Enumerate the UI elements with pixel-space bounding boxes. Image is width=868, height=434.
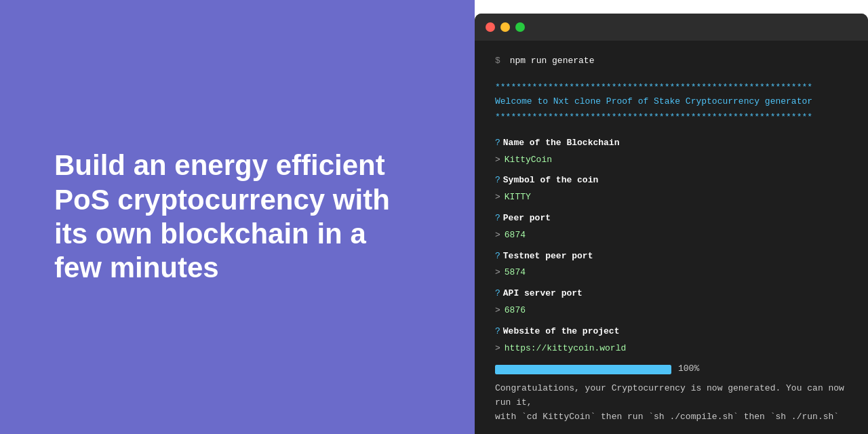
question-mark: ?	[495, 138, 500, 148]
progress-label: 100%	[678, 362, 699, 376]
answer-chevron: >	[495, 267, 500, 277]
question-row-2: ?Peer port	[495, 212, 848, 226]
command-line: $ npm run generate	[495, 54, 848, 68]
progress-bar-container: 100%	[495, 362, 848, 376]
welcome-text: Welcome to Nxt clone Proof of Stake Cryp…	[495, 95, 848, 109]
question-row-1: ?Symbol of the coin	[495, 174, 848, 188]
question-row-5: ?Website of the project	[495, 325, 848, 339]
maximize-button[interactable]	[515, 22, 525, 32]
command-text: npm run generate	[510, 56, 595, 66]
hero-heading: Build an energy efficient PoS cryptocurr…	[54, 149, 407, 285]
progress-bar-fill	[495, 365, 671, 374]
question-row-0: ?Name of the Blockchain	[495, 136, 848, 151]
terminal-window: $ npm run generate *********************…	[475, 14, 868, 434]
question-mark: ?	[495, 251, 500, 261]
prompt-symbol: $	[495, 56, 500, 66]
separator-top: ****************************************…	[495, 82, 848, 93]
answer-chevron: >	[495, 305, 500, 315]
question-row-3: ?Testnet peer port	[495, 250, 848, 264]
answer-chevron: >	[495, 155, 500, 165]
question-label: Symbol of the coin	[503, 175, 598, 185]
answer-row-5: >https://kittycoin.world	[495, 342, 848, 356]
qa-list: ?Name of the Blockchain>KittyCoin?Symbol…	[495, 136, 848, 356]
question-label: Name of the Blockchain	[503, 138, 620, 148]
terminal-titlebar	[475, 14, 868, 41]
minimize-button[interactable]	[500, 22, 510, 32]
answer-chevron: >	[495, 192, 500, 202]
question-row-4: ?API server port	[495, 287, 848, 301]
answer-row-2: >6874	[495, 229, 848, 243]
answer-value: 5874	[505, 267, 526, 277]
terminal-body: $ npm run generate *********************…	[475, 41, 868, 434]
congrats-text: Congratulations, your Cryptocurrency is …	[495, 382, 848, 424]
question-label: Website of the project	[503, 326, 620, 336]
answer-value: KittyCoin	[505, 155, 552, 165]
congrats-line1: Congratulations, your Cryptocurrency is …	[495, 383, 844, 408]
question-mark: ?	[495, 175, 500, 185]
answer-row-1: >KITTY	[495, 191, 848, 205]
answer-chevron: >	[495, 230, 500, 240]
answer-chevron: >	[495, 343, 500, 353]
question-label: API server port	[503, 288, 583, 298]
answer-value: 6876	[505, 305, 526, 315]
congrats-line2: with `cd KittyCoin` then run `sh ./compi…	[495, 412, 839, 422]
question-label: Peer port	[503, 213, 551, 223]
question-mark: ?	[495, 326, 500, 336]
answer-row-0: >KittyCoin	[495, 153, 848, 167]
answer-value: https://kittycoin.world	[505, 343, 626, 353]
answer-value: KITTY	[505, 192, 531, 202]
close-button[interactable]	[486, 22, 495, 32]
progress-bar-background	[495, 365, 671, 374]
question-mark: ?	[495, 288, 500, 298]
left-panel: Build an energy efficient PoS cryptocurr…	[0, 0, 475, 434]
question-mark: ?	[495, 213, 500, 223]
separator-bottom: ****************************************…	[495, 112, 848, 123]
answer-row-4: >6876	[495, 304, 848, 318]
question-label: Testnet peer port	[503, 251, 593, 261]
answer-row-3: >5874	[495, 266, 848, 280]
answer-value: 6874	[505, 230, 526, 240]
